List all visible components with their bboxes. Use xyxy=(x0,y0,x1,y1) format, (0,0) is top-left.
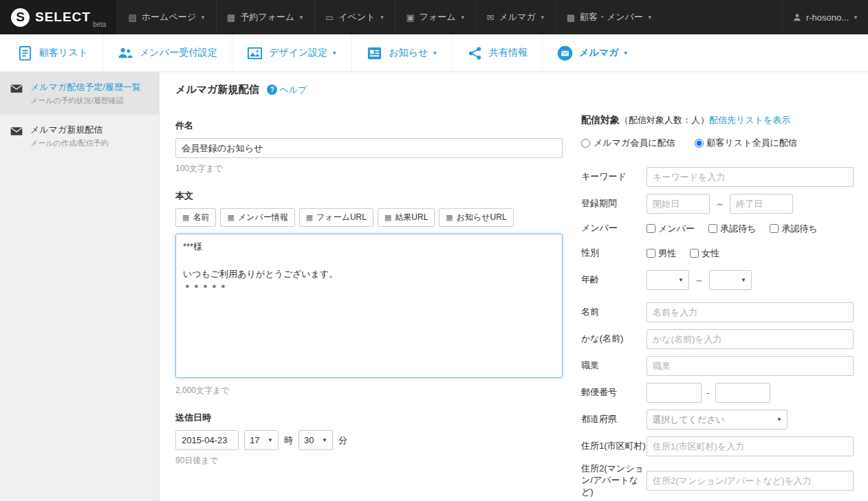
age-label: 年齢 xyxy=(581,274,647,286)
toolbar-item-label: メルマガ xyxy=(579,47,618,59)
toolbar-item-member-settings[interactable]: メンバー受付設定 xyxy=(102,34,232,71)
toolbar-item-label: 顧客リスト xyxy=(39,47,88,59)
homepage-icon: ▤ xyxy=(128,12,136,23)
name-label: 名前 xyxy=(581,307,647,318)
form-icon: ▣ xyxy=(406,12,414,23)
kana-input[interactable] xyxy=(647,329,854,349)
schedule-label: 送信日時 xyxy=(175,412,563,424)
help-link[interactable]: ? ヘルプ xyxy=(267,84,307,96)
page-title: メルマガ新規配信 xyxy=(175,83,259,96)
grid-icon: ▦ xyxy=(446,213,453,222)
job-input[interactable] xyxy=(647,356,854,376)
sidebar-item-subtitle: メールの予約状況/履歴確認 xyxy=(30,96,141,106)
nav-item-reservation-form[interactable]: ▦ 予約フォーム ▼ xyxy=(216,0,314,34)
members-icon xyxy=(118,45,133,61)
name-input[interactable] xyxy=(647,302,854,322)
nav-item-form[interactable]: ▣ フォーム ▼ xyxy=(395,0,475,34)
checkbox-female[interactable]: 女性 xyxy=(690,247,719,260)
event-icon: ▭ xyxy=(325,12,334,23)
toolbar-item-label: お知らせ xyxy=(389,47,428,59)
mail-icon xyxy=(10,124,23,138)
zip-separator: - xyxy=(707,388,710,398)
toolbar-item-mailmag[interactable]: メルマガ ▼ xyxy=(542,34,642,71)
toolbar-item-design-settings[interactable]: デザイン設定 ▼ xyxy=(232,34,351,71)
target-title: 配信対象 xyxy=(581,114,620,125)
caret-down-icon: ▼ xyxy=(268,437,273,443)
news-icon xyxy=(367,45,382,61)
toolbar-item-label: メンバー受付設定 xyxy=(140,47,217,59)
hour-select[interactable]: 17▼ xyxy=(244,430,279,450)
top-navbar: S SELECT beta ▤ ホームページ ▼ ▦ 予約フォーム ▼ ▭ イベ… xyxy=(0,0,868,34)
subject-input[interactable] xyxy=(175,138,563,158)
radio-mailmag-members-input[interactable] xyxy=(581,139,590,148)
radio-all-customers-input[interactable] xyxy=(695,139,704,148)
caret-down-icon: ▼ xyxy=(322,437,327,443)
checkbox-pending-1[interactable]: 承認待ち xyxy=(708,223,756,235)
period-end-input[interactable] xyxy=(730,194,793,214)
nav-item-mailmag[interactable]: ✉ メルマガ ▼ xyxy=(476,0,556,34)
keyword-input[interactable] xyxy=(647,167,854,187)
caret-down-icon: ▼ xyxy=(460,14,466,21)
grid-icon: ▦ xyxy=(227,213,234,222)
checkbox-male[interactable]: 男性 xyxy=(647,247,676,260)
mail-icon: ✉ xyxy=(487,12,495,23)
caret-down-icon: ▼ xyxy=(540,14,545,21)
nav-item-label: 顧客・メンバー xyxy=(580,11,643,23)
caret-down-icon: ▼ xyxy=(432,50,437,56)
toolbar-item-shared-info[interactable]: 共有情報 xyxy=(452,34,542,71)
age-to-select[interactable]: ▼ xyxy=(709,270,752,290)
insert-news-url-button[interactable]: ▦お知らせURL xyxy=(439,208,513,227)
show-recipient-list-link[interactable]: 配信先リストを表示 xyxy=(709,115,790,125)
mail-icon xyxy=(10,82,23,96)
insert-form-url-button[interactable]: ▦フォームURL xyxy=(299,208,373,227)
sidebar-item-title: メルマガ新規配信 xyxy=(30,124,109,136)
caret-down-icon: ▼ xyxy=(777,416,782,423)
zip-first-input[interactable] xyxy=(647,383,702,403)
address1-label: 住所1(市区町村) xyxy=(581,441,647,452)
member-label: メンバー xyxy=(581,223,647,234)
nav-item-homepage[interactable]: ▤ ホームページ ▼ xyxy=(117,0,215,34)
toolbar-item-label: 共有情報 xyxy=(489,47,528,59)
send-date-input[interactable] xyxy=(175,430,239,450)
checkbox-member[interactable]: メンバー xyxy=(647,223,695,235)
toolbar-item-news[interactable]: お知らせ ▼ xyxy=(351,34,452,71)
insert-result-url-button[interactable]: ▦結果URL xyxy=(378,208,435,227)
toolbar-item-customer-list[interactable]: 顧客リスト xyxy=(3,34,102,71)
radio-mailmag-members[interactable]: メルマガ会員に配信 xyxy=(581,137,675,149)
sidebar-item-mailmag-history[interactable]: メルマガ配信予定/履歴一覧 メールの予約状況/履歴確認 xyxy=(0,72,159,115)
main-content: メルマガ新規配信 ? ヘルプ 件名 100文字まで 本文 ▦名前 ▦メンバー情報… xyxy=(160,72,868,501)
checkbox-pending-2[interactable]: 承認待ち xyxy=(770,223,817,235)
zip-second-input[interactable] xyxy=(715,383,770,403)
subject-label: 件名 xyxy=(175,120,563,132)
nav-item-event[interactable]: ▭ イベント ▼ xyxy=(314,0,395,34)
user-menu[interactable]: r-hosono... ▼ xyxy=(782,0,868,34)
caret-down-icon: ▼ xyxy=(200,14,206,21)
help-label: ヘルプ xyxy=(279,84,307,96)
age-from-select[interactable]: ▼ xyxy=(647,270,689,290)
insert-name-button[interactable]: ▦名前 xyxy=(175,208,216,227)
sidebar-item-subtitle: メールの作成/配信予約 xyxy=(30,138,109,148)
address1-input[interactable] xyxy=(647,436,854,456)
period-start-input[interactable] xyxy=(647,194,710,214)
body-label: 本文 xyxy=(175,190,563,202)
nav-item-label: フォーム xyxy=(420,11,456,23)
caret-down-icon: ▼ xyxy=(647,14,653,21)
address2-input[interactable] xyxy=(647,471,854,491)
app-logo[interactable]: S SELECT beta xyxy=(0,0,117,34)
mailmag-circle-icon xyxy=(557,45,573,61)
sidebar: メルマガ配信予定/履歴一覧 メールの予約状況/履歴確認 メルマガ新規配信 メール… xyxy=(0,72,160,501)
minute-select[interactable]: 30▼ xyxy=(299,430,333,450)
feature-toolbar: 顧客リスト メンバー受付設定 デザイン設定 ▼ お知らせ ▼ 共有情報 メルマガ… xyxy=(0,34,868,72)
caret-down-icon: ▼ xyxy=(678,277,684,283)
radio-all-customers[interactable]: 顧客リスト全員に配信 xyxy=(695,137,797,149)
prefecture-select[interactable]: 選択してください▼ xyxy=(647,410,788,430)
age-separator: ～ xyxy=(695,274,704,287)
nav-item-label: ホームページ xyxy=(142,11,196,23)
sidebar-item-mailmag-new[interactable]: メルマガ新規配信 メールの作成/配信予約 xyxy=(0,115,159,157)
period-separator: ～ xyxy=(715,198,724,210)
body-hint: 2,000文字まで xyxy=(175,385,563,397)
insert-member-info-button[interactable]: ▦メンバー情報 xyxy=(220,208,294,227)
target-count-note: （配信対象人数：人） xyxy=(620,115,709,125)
body-textarea[interactable]: ***様 いつもご利用ありがとうございます。 ＊＊＊＊＊ xyxy=(175,234,563,378)
nav-item-customer-member[interactable]: ▩ 顧客・メンバー ▼ xyxy=(556,0,663,34)
